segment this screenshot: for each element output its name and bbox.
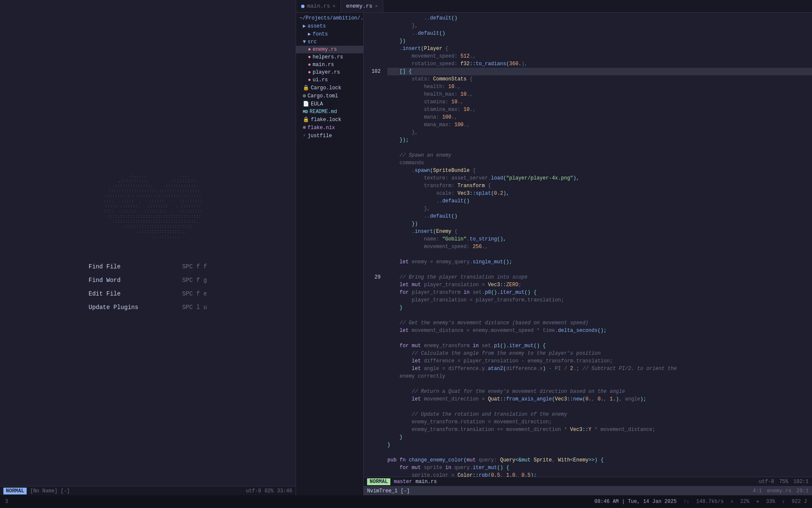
ln-30 bbox=[364, 235, 381, 243]
file-icon-justfile: ⚡ bbox=[303, 133, 306, 139]
network-icon: ↑↓ bbox=[683, 499, 689, 505]
tree-main-rs[interactable]: ● main.rs bbox=[296, 61, 363, 69]
left-statusline: NORMAL [No Name] [-] utf-8 82% 33:46 bbox=[0, 486, 296, 495]
ln-11 bbox=[364, 91, 381, 98]
tree-justfile[interactable]: ⚡ justfile bbox=[296, 132, 363, 140]
code-line-22: texture: asset_server.load("player/playe… bbox=[387, 174, 812, 182]
code-line-l7: } bbox=[387, 304, 812, 312]
tree-flake-lock[interactable]: 🔒 flake.lock bbox=[296, 116, 363, 124]
code-line-l21: // Update the rotation and translation o… bbox=[387, 411, 812, 418]
tree-flake-nix-label: flake.nix bbox=[307, 125, 335, 131]
menu-edit-file[interactable]: Edit File SPC f e bbox=[89, 289, 207, 299]
tree-enemy-rs[interactable]: ● enemy.rs bbox=[296, 46, 363, 53]
tree-cargo-toml[interactable]: ⚙ Cargo.toml bbox=[296, 92, 363, 100]
code-line-l26 bbox=[387, 449, 812, 456]
tree-assets[interactable]: ▶ assets bbox=[296, 22, 363, 30]
code-line-l13: // Calculate the angle from the enemy to… bbox=[387, 350, 812, 357]
rust-icon-player: ● bbox=[308, 69, 311, 75]
code-line-13: stamina_max: 10., bbox=[387, 106, 812, 113]
ln-16 bbox=[364, 129, 381, 136]
tab-enemy-label: enemy.rs bbox=[346, 3, 372, 9]
ln-l20 bbox=[364, 403, 381, 411]
ln-l24 bbox=[364, 433, 381, 441]
volume-icon: ♪ bbox=[782, 499, 785, 505]
code-line-29: .insert(Enemy { bbox=[387, 228, 812, 235]
code-line-l11 bbox=[387, 334, 812, 342]
tree-justfile-label: justfile bbox=[307, 133, 332, 139]
code-line-9: stats: CommonStats { bbox=[387, 75, 812, 83]
code-line-l4: let mut player_translation = Vec3::ZERO; bbox=[387, 281, 812, 289]
line-numbers: 102 bbox=[364, 13, 384, 477]
code-line-11: health_max: 10., bbox=[387, 91, 812, 98]
tab-main-label: main.rs bbox=[307, 3, 330, 9]
tree-path: ~/Projects/ambition/.. bbox=[296, 14, 363, 22]
code-line-l29: sprite.color = Color::rgb(0.5, 1.0, 0.5)… bbox=[387, 472, 812, 477]
code-line-l15: let angle = difference.y.atan2(differenc… bbox=[387, 365, 812, 373]
code-line-26: }, bbox=[387, 205, 812, 213]
code-line-14: mana: 100., bbox=[387, 113, 812, 121]
ln-24 bbox=[364, 190, 381, 197]
ln-29 bbox=[364, 228, 381, 235]
menu-find-file[interactable]: Find File SPC f f bbox=[89, 262, 207, 272]
code-line-2: }, bbox=[387, 22, 812, 30]
tab-main-close[interactable]: × bbox=[333, 4, 336, 9]
tree-cargo-lock-label: Cargo.lock bbox=[311, 85, 341, 91]
ln-spacer bbox=[364, 251, 381, 258]
tab-enemy-rs[interactable]: enemy.rs × bbox=[341, 0, 383, 12]
code-line-4: }) bbox=[387, 37, 812, 45]
ln-22 bbox=[364, 174, 381, 182]
nvimtree-statusline: NvimTree_1 [-] 4:1 enemy.rs 29:1 bbox=[364, 486, 812, 495]
network-speed: 148.7kb/s bbox=[696, 499, 724, 505]
tree-src[interactable]: ▼ src bbox=[296, 38, 363, 46]
app-container: .:,,... .... ,;:::::::::, .:::::::::. .:… bbox=[0, 0, 812, 508]
tab-main-rs[interactable]: main.rs × bbox=[296, 0, 341, 12]
tree-ui-rs[interactable]: ● ui.rs bbox=[296, 76, 363, 84]
workspace-tab: 3 bbox=[5, 499, 8, 505]
ln-l29b bbox=[364, 472, 381, 477]
ln-l16 bbox=[364, 373, 381, 380]
left-percent: 82% bbox=[264, 488, 274, 494]
tree-fonts[interactable]: ▶ fonts bbox=[296, 30, 363, 38]
code-content: ..default() }, ..default() }) .insert(Pl… bbox=[384, 13, 812, 477]
tree-eula[interactable]: 📄 EULA bbox=[296, 100, 363, 108]
code-line-24: scale: Vec3::splat(0.2), bbox=[387, 190, 812, 197]
menu-edit-file-label: Edit File bbox=[89, 290, 121, 297]
right-mode-indicator: NORMAL bbox=[367, 478, 390, 485]
tree-player-rs[interactable]: ● player.rs bbox=[296, 69, 363, 76]
menu-update-plugins[interactable]: Update Plugins SPC l u bbox=[89, 302, 207, 312]
file-tree[interactable]: ~/Projects/ambition/.. ▶ assets ▶ fonts … bbox=[296, 13, 364, 495]
code-line-30: name: "Goblin".to_string(), bbox=[387, 235, 812, 243]
code-line-l28: for mut sprite in query.iter_mut() { bbox=[387, 464, 812, 472]
ln-l6 bbox=[364, 296, 381, 304]
code-line-28: }) bbox=[387, 220, 812, 228]
code-line-25: ..default() bbox=[387, 197, 812, 205]
code-line-l10: let movement_distance = enemy.movement_s… bbox=[387, 327, 812, 334]
ln-l28 bbox=[364, 464, 381, 472]
main-statusline: NORMAL master main.rs utf-8 75% 102:1 bbox=[364, 477, 812, 486]
code-scroll: 102 bbox=[364, 13, 812, 477]
code-line-31: movement_speed: 256., bbox=[387, 243, 812, 251]
menu-update-plugins-shortcut: SPC l u bbox=[182, 304, 207, 311]
code-line-7: rotation_speed: f32::to_radians(360.), bbox=[387, 60, 812, 68]
ln-l19 bbox=[364, 395, 381, 403]
ln-21 bbox=[364, 167, 381, 174]
tab-dot-main bbox=[301, 5, 304, 8]
tree-readme[interactable]: MD README.md bbox=[296, 108, 363, 116]
menu-find-file-label: Find File bbox=[89, 263, 121, 270]
menu-list: Find File SPC f f Find Word SPC f g Edit… bbox=[89, 262, 207, 312]
ln-14 bbox=[364, 113, 381, 121]
ln-l12 bbox=[364, 342, 381, 350]
ln-19 bbox=[364, 152, 381, 159]
tree-flake-nix[interactable]: ❄ flake.nix bbox=[296, 124, 363, 132]
ln-28 bbox=[364, 220, 381, 228]
menu-find-word-label: Find Word bbox=[89, 277, 121, 284]
right-percent: 75% bbox=[779, 479, 788, 485]
code-line-l2 bbox=[387, 266, 812, 273]
tab-enemy-close[interactable]: × bbox=[375, 4, 378, 9]
tree-helpers-rs[interactable]: ● helpers.rs bbox=[296, 53, 363, 61]
menu-find-word[interactable]: Find Word SPC f g bbox=[89, 275, 207, 285]
tree-helpers-label: helpers.rs bbox=[313, 54, 343, 60]
battery-icon: ⚡ bbox=[730, 499, 733, 505]
tree-cargo-lock[interactable]: 🔒 Cargo.lock bbox=[296, 84, 363, 92]
code-line-6: movement_speed: 512., bbox=[387, 52, 812, 60]
